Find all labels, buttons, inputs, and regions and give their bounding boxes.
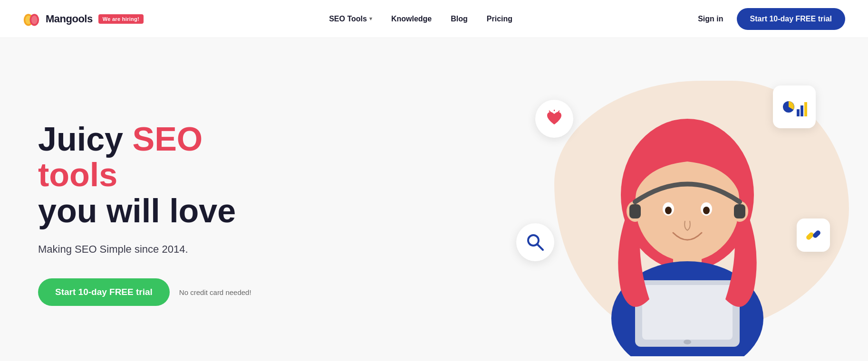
character-svg <box>573 109 801 356</box>
heart-bubble-icon <box>535 100 573 138</box>
hero-illustration <box>507 71 830 356</box>
trial-button-nav[interactable]: Start 10-day FREE trial <box>737 8 846 30</box>
hero-title-part2: you will love <box>38 192 236 229</box>
logo-icon <box>23 10 40 28</box>
svg-line-6 <box>549 111 550 112</box>
logo-text: Mangools <box>46 13 93 25</box>
navbar-center: SEO Tools ▾ Knowledge Blog Pricing <box>329 15 512 23</box>
search-icon <box>525 232 545 252</box>
hero-title-part1: Juicy <box>38 121 132 158</box>
heart-icon <box>545 109 564 128</box>
hero-title: Juicy SEO toolsyou will love <box>38 122 285 229</box>
svg-line-27 <box>537 244 543 250</box>
hiring-badge[interactable]: We are hiring! <box>98 14 144 24</box>
nav-blog[interactable]: Blog <box>451 15 468 23</box>
link-icon <box>803 225 823 245</box>
nav-seo-tools[interactable]: SEO Tools ▾ <box>329 15 372 23</box>
svg-point-16 <box>684 340 691 344</box>
nav-pricing[interactable]: Pricing <box>487 15 512 23</box>
trial-button-hero[interactable]: Start 10-day FREE trial <box>38 278 170 306</box>
character-illustration <box>573 109 801 356</box>
chart-icon <box>781 95 808 119</box>
hero-cta-row: Start 10-day FREE trial No credit card n… <box>38 278 285 306</box>
svg-point-21 <box>703 207 710 214</box>
navbar-left: Mangools We are hiring! <box>23 10 144 28</box>
svg-point-3 <box>31 15 38 24</box>
search-bubble-icon <box>516 223 554 261</box>
svg-rect-8 <box>797 109 800 116</box>
link-bubble-icon <box>797 218 830 252</box>
navbar: Mangools We are hiring! SEO Tools ▾ Know… <box>0 0 868 38</box>
chevron-down-icon: ▾ <box>369 16 372 22</box>
svg-rect-10 <box>804 102 807 116</box>
svg-point-20 <box>665 207 672 214</box>
hero-content: Juicy SEO toolsyou will love Making SEO … <box>38 122 285 306</box>
svg-line-5 <box>558 111 559 112</box>
navbar-right: Sign in Start 10-day FREE trial <box>698 8 845 30</box>
svg-rect-29 <box>812 229 821 239</box>
no-credit-card-text: No credit card needed! <box>179 288 251 296</box>
chart-bubble-icon <box>773 86 816 128</box>
svg-rect-24 <box>629 204 641 218</box>
signin-button[interactable]: Sign in <box>698 15 723 23</box>
nav-knowledge[interactable]: Knowledge <box>391 15 432 23</box>
hero-section: Juicy SEO toolsyou will love Making SEO … <box>0 38 868 361</box>
svg-rect-9 <box>800 105 803 116</box>
svg-rect-15 <box>642 285 733 340</box>
svg-rect-25 <box>734 204 745 218</box>
hero-subtitle: Making SEO Simple since 2014. <box>38 243 285 256</box>
